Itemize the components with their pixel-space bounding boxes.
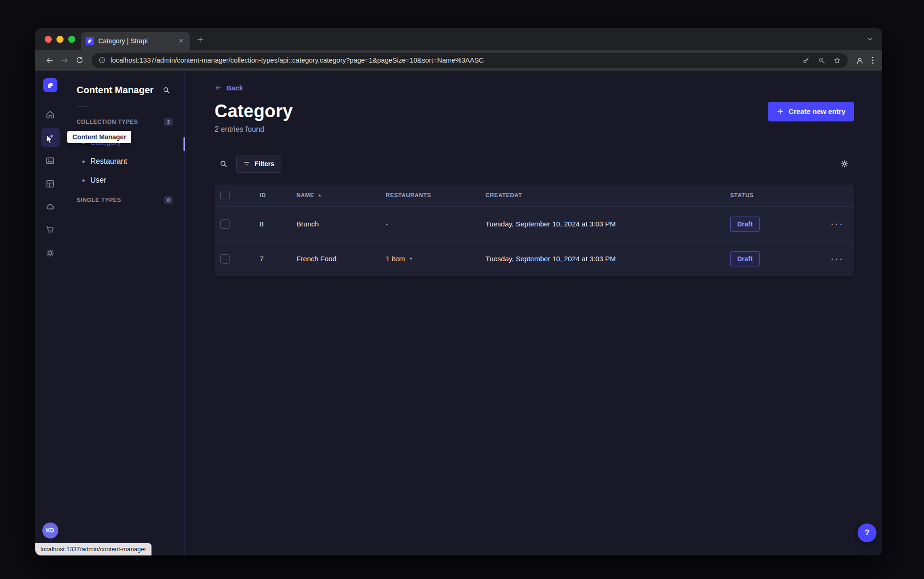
help-button[interactable]: ? bbox=[858, 523, 876, 542]
sort-asc-icon bbox=[317, 193, 322, 198]
main-content: Back Category Create new entry 2 entries… bbox=[185, 71, 882, 555]
cell-restaurants: - bbox=[383, 220, 483, 228]
chevron-down-icon bbox=[408, 256, 414, 261]
filters-button[interactable]: Filters bbox=[236, 155, 281, 173]
sidebar-item-user[interactable]: User bbox=[77, 171, 173, 190]
browser-menu-icon[interactable] bbox=[872, 56, 874, 64]
create-new-entry-button[interactable]: Create new entry bbox=[768, 102, 854, 121]
window-close-button[interactable] bbox=[45, 36, 52, 43]
user-avatar[interactable]: KD bbox=[42, 523, 58, 539]
bookmark-star-icon[interactable] bbox=[833, 56, 841, 64]
select-all-checkbox[interactable] bbox=[220, 191, 230, 200]
back-nav-icon[interactable] bbox=[42, 53, 57, 68]
header-id[interactable]: ID bbox=[250, 192, 294, 199]
cell-name: French Food bbox=[294, 255, 383, 263]
window-minimize-button[interactable] bbox=[56, 36, 64, 43]
header-createdat[interactable]: CREATEDAT bbox=[483, 192, 727, 199]
page-info-icon[interactable] bbox=[98, 56, 106, 64]
back-link[interactable]: Back bbox=[215, 84, 243, 92]
window-controls bbox=[45, 28, 75, 50]
forward-nav-icon[interactable] bbox=[57, 53, 72, 68]
window-zoom-button[interactable] bbox=[68, 36, 75, 43]
sidebar-divider bbox=[77, 106, 88, 107]
mouse-cursor bbox=[46, 135, 54, 144]
entries-count-text: 2 entries found bbox=[215, 125, 854, 134]
media-library-icon[interactable] bbox=[41, 151, 60, 170]
strapi-favicon bbox=[86, 37, 94, 45]
row-actions-menu-icon[interactable]: ··· bbox=[807, 222, 854, 226]
table-action-bar: Filters bbox=[215, 154, 854, 173]
tab-title: Category | Strapi bbox=[98, 37, 177, 45]
page-title: Category bbox=[215, 101, 293, 121]
cell-createdat: Tuesday, September 10, 2024 at 3:03 PM bbox=[483, 255, 727, 263]
search-icon[interactable] bbox=[215, 155, 232, 173]
reload-icon[interactable] bbox=[72, 53, 87, 68]
content-type-builder-icon[interactable] bbox=[41, 174, 60, 193]
entries-table: ID NAME RESTAURANTS CREATEDAT STATUS 8 B… bbox=[215, 185, 854, 276]
table-header-row: ID NAME RESTAURANTS CREATEDAT STATUS bbox=[215, 185, 854, 206]
sidebar-title: Content Manager bbox=[77, 85, 153, 96]
sidebar-search-icon[interactable] bbox=[159, 83, 173, 97]
table-row[interactable]: 8 Brunch - Tuesday, September 10, 2024 a… bbox=[215, 206, 854, 241]
tab-close-icon[interactable]: × bbox=[177, 37, 185, 45]
table-row[interactable]: 7 French Food 1 item Tuesday, September … bbox=[215, 241, 854, 276]
row-checkbox[interactable] bbox=[220, 219, 230, 229]
filters-label: Filters bbox=[255, 160, 274, 168]
sidebar-item-label: User bbox=[90, 176, 106, 185]
cloud-icon[interactable] bbox=[41, 197, 60, 216]
bullet-icon bbox=[82, 161, 85, 163]
header-status[interactable]: STATUS bbox=[727, 192, 807, 199]
browser-tab[interactable]: Category | Strapi × bbox=[81, 32, 190, 50]
browser-toolbar: localhost:1337/admin/content-manager/col… bbox=[35, 50, 882, 71]
header-name[interactable]: NAME bbox=[294, 192, 383, 199]
header-restaurants[interactable]: RESTAURANTS bbox=[383, 192, 483, 199]
view-settings-gear-icon[interactable] bbox=[835, 154, 854, 173]
row-checkbox[interactable] bbox=[220, 254, 230, 264]
collection-types-count-badge: 3 bbox=[164, 118, 173, 126]
link-preview-status: localhost:1337/admin/content-manager bbox=[35, 543, 151, 555]
new-tab-button[interactable] bbox=[197, 28, 204, 50]
cell-name: Brunch bbox=[294, 220, 383, 228]
profile-icon[interactable] bbox=[855, 56, 864, 65]
cell-id: 8 bbox=[250, 220, 294, 228]
status-badge: Draft bbox=[730, 217, 760, 232]
single-types-label: SINGLE TYPES bbox=[77, 197, 121, 203]
marketplace-cart-icon[interactable] bbox=[41, 220, 60, 239]
home-icon[interactable] bbox=[41, 105, 60, 124]
url-text[interactable]: localhost:1337/admin/content-manager/col… bbox=[111, 56, 802, 64]
tab-strip: Category | Strapi × bbox=[35, 28, 882, 50]
content-manager-tooltip: Content Manager bbox=[67, 131, 131, 143]
sidebar-item-restaurant[interactable]: Restaurant bbox=[77, 152, 173, 171]
content-manager-sidebar: Content Manager COLLECTION TYPES 3 Categ… bbox=[65, 71, 185, 555]
cell-id: 7 bbox=[250, 255, 294, 263]
sidebar-item-label: Restaurant bbox=[90, 157, 127, 166]
settings-gear-icon[interactable] bbox=[41, 243, 60, 262]
collection-types-label: COLLECTION TYPES bbox=[77, 119, 138, 125]
bullet-icon bbox=[82, 179, 85, 182]
row-actions-menu-icon[interactable]: ··· bbox=[807, 257, 854, 261]
status-badge: Draft bbox=[730, 251, 760, 266]
cell-createdat: Tuesday, September 10, 2024 at 3:03 PM bbox=[483, 220, 727, 228]
strapi-logo[interactable] bbox=[43, 78, 57, 92]
strapi-app: KD Content Manager COLLECTION TYPES 3 Ca… bbox=[35, 71, 882, 555]
create-new-entry-label: Create new entry bbox=[789, 107, 845, 115]
password-key-icon[interactable] bbox=[802, 56, 810, 64]
address-bar[interactable]: localhost:1337/admin/content-manager/col… bbox=[92, 53, 848, 68]
zoom-icon[interactable] bbox=[818, 56, 826, 64]
cell-restaurants[interactable]: 1 item bbox=[383, 255, 483, 263]
tab-search-chevron-icon[interactable] bbox=[866, 28, 874, 50]
browser-window: Category | Strapi × localhost:1337/admin… bbox=[35, 28, 882, 555]
single-types-count-badge: 0 bbox=[164, 196, 173, 204]
back-label: Back bbox=[226, 84, 243, 92]
